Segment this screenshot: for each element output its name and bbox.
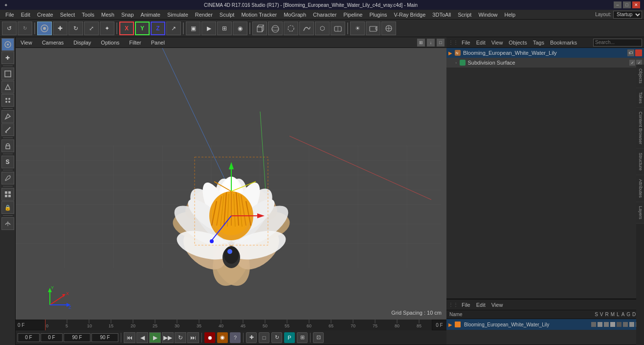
lt-tweak[interactable]	[1, 110, 14, 123]
vp-menu-cameras[interactable]: Cameras	[39, 39, 67, 46]
menu-plugins[interactable]: Plugins	[366, 11, 390, 19]
cube-button[interactable]	[252, 22, 267, 35]
pb-record-button[interactable]: ⏺	[204, 332, 215, 343]
lt-sculpt-smooth[interactable]	[1, 217, 14, 230]
pb-help-button[interactable]: ?	[230, 332, 241, 343]
pb-max-frame[interactable]	[91, 333, 118, 342]
axis-x-button[interactable]: X	[119, 22, 134, 35]
pb-start-frame[interactable]	[18, 333, 40, 342]
minimize-button[interactable]: –	[614, 1, 622, 8]
pb-end-frame[interactable]	[64, 333, 90, 342]
menu-snap[interactable]: Snap	[118, 11, 137, 19]
lt-dollar[interactable]: S	[1, 156, 14, 168]
obj-search-input[interactable]	[593, 39, 642, 46]
menu-3dtoall[interactable]: 3DToAll	[429, 11, 454, 19]
menu-motion-tracker[interactable]: Motion Tracker	[238, 11, 280, 19]
axis-y-button[interactable]: Y	[135, 22, 150, 35]
menu-pipeline[interactable]: Pipeline	[340, 11, 366, 19]
menu-vray-bridge[interactable]: V-Ray Bridge	[391, 11, 429, 19]
scale-tool-button[interactable]: ⤢	[84, 22, 99, 35]
obj-menu-bookmarks[interactable]: Bookmarks	[548, 39, 579, 46]
undo-button[interactable]: ↺	[2, 22, 17, 35]
pb-current-frame[interactable]	[41, 333, 63, 342]
light-button[interactable]: ☀	[350, 22, 365, 35]
rs-tab-content-browser[interactable]: Content Browser	[636, 108, 644, 149]
mat-menu-edit[interactable]: Edit	[474, 301, 488, 308]
pb-next-frame[interactable]: ▶▶	[162, 332, 174, 343]
menu-select[interactable]: Select	[57, 11, 79, 19]
mat-row-lily[interactable]: ▶ Blooming_European_White_Water_Lily	[446, 319, 644, 330]
lt-polygon-mode[interactable]	[1, 68, 14, 80]
vp-menu-display[interactable]: Display	[70, 39, 94, 46]
sound-button[interactable]	[381, 22, 396, 35]
vp-menu-filter[interactable]: Filter	[126, 39, 144, 46]
obj-menu-edit[interactable]: Edit	[474, 39, 488, 46]
menu-character[interactable]: Character	[310, 11, 340, 19]
rs-tab-attributes[interactable]: Attributes	[636, 175, 644, 202]
pb-param-button[interactable]: P	[284, 332, 295, 343]
obj-vis-1[interactable]: ✓	[629, 60, 635, 66]
redo-button[interactable]: ↻	[18, 22, 32, 35]
viewport-canvas[interactable]: Perspective	[16, 48, 446, 320]
obj-menu-objects[interactable]: Objects	[506, 39, 529, 46]
render-preview-button[interactable]: ▣	[186, 22, 200, 35]
obj-menu-tags[interactable]: Tags	[531, 39, 547, 46]
pb-key-button[interactable]: ◉	[217, 332, 228, 343]
menu-edit[interactable]: Edit	[18, 11, 34, 19]
null-button[interactable]	[284, 22, 298, 35]
camera-button[interactable]	[366, 22, 380, 35]
menu-render[interactable]: Render	[192, 11, 216, 19]
lt-move[interactable]: ✚	[1, 51, 14, 64]
lt-active-tool[interactable]	[1, 38, 14, 51]
lt-checker[interactable]	[1, 188, 14, 201]
timeline-ruler[interactable]: 0 5 10 15 20 25 30 35 40	[45, 320, 432, 330]
obj-menu-view[interactable]: View	[489, 39, 506, 46]
vp-icon-maximize[interactable]: ⊞	[417, 39, 425, 46]
lt-paint[interactable]	[1, 172, 14, 184]
pb-scale-key[interactable]: □	[259, 332, 269, 343]
render-button[interactable]: ▶	[201, 22, 216, 35]
render-region-button[interactable]: ⊞	[217, 22, 232, 35]
lt-knife[interactable]	[1, 123, 14, 136]
menu-window[interactable]: Window	[475, 11, 501, 19]
rs-tab-takes[interactable]: Takes	[636, 88, 644, 108]
obj-dot-red[interactable]	[635, 49, 642, 56]
sphere-button[interactable]	[268, 22, 283, 35]
spline-button[interactable]	[299, 22, 314, 35]
rs-tab-layers[interactable]: Layers	[636, 202, 644, 224]
axis-z-button[interactable]: Z	[151, 22, 165, 35]
mat-menu-view[interactable]: View	[489, 301, 506, 308]
menu-help[interactable]: Help	[501, 11, 519, 19]
obj-row-lily[interactable]: ▶ N Blooming_European_White_Water_Lily 🏷	[446, 48, 644, 58]
move-tool-button[interactable]: ✚	[53, 22, 67, 35]
menu-sculpt[interactable]: Sculpt	[216, 11, 238, 19]
vp-icon-grid[interactable]: □	[437, 39, 444, 46]
render-to-po-button[interactable]: ◉	[233, 22, 247, 35]
vp-menu-view[interactable]: View	[18, 39, 35, 46]
deformer-button[interactable]	[331, 22, 345, 35]
axis-all-button[interactable]: ↗	[166, 22, 181, 35]
pb-jump-start[interactable]: ⏮	[124, 332, 135, 343]
obj-row-subdivision[interactable]: • Subdivision Surface ✓ ✓	[446, 58, 644, 68]
pb-jump-end[interactable]: ⏭	[187, 332, 199, 343]
lt-point-mode[interactable]	[1, 94, 14, 107]
lt-lock[interactable]	[1, 139, 14, 152]
close-button[interactable]: ✕	[632, 1, 640, 8]
vp-menu-options[interactable]: Options	[98, 39, 122, 46]
rotate-tool-button[interactable]: ↻	[68, 22, 83, 35]
rs-tab-objects[interactable]: Objects	[636, 65, 644, 88]
menu-file[interactable]: File	[2, 11, 18, 19]
menu-mesh[interactable]: Mesh	[98, 11, 118, 19]
rs-tab-structure[interactable]: Structure	[636, 149, 644, 175]
pb-grid-button[interactable]: ⊞	[297, 332, 308, 343]
obj-menu-file[interactable]: File	[459, 39, 473, 46]
menu-tools[interactable]: Tools	[78, 11, 98, 19]
pb-rot-key[interactable]: ↻	[271, 332, 282, 343]
menu-animate[interactable]: Animate	[137, 11, 164, 19]
vp-menu-panel[interactable]: Panel	[148, 39, 168, 46]
menu-simulate[interactable]: Simulate	[164, 11, 192, 19]
menu-script[interactable]: Script	[454, 11, 475, 19]
lt-edge-mode[interactable]	[1, 81, 14, 93]
obj-action-tag[interactable]: 🏷	[627, 49, 634, 56]
transform-tool-button[interactable]: ✦	[100, 22, 114, 35]
